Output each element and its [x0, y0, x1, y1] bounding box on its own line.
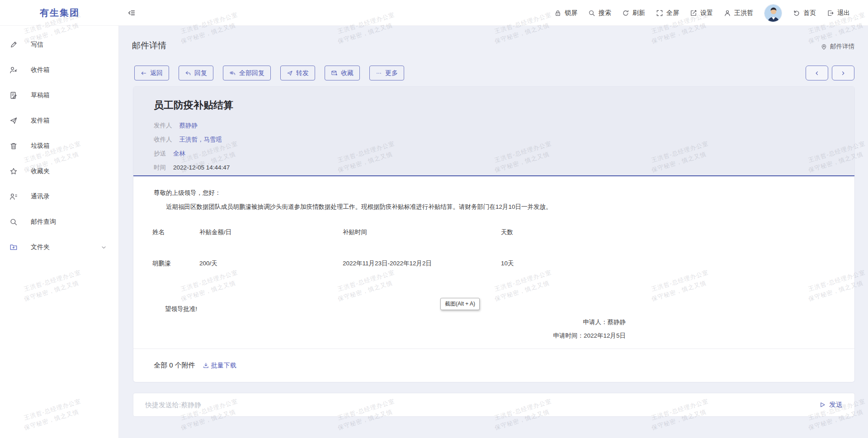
mail-paragraph: 近期福田区数据团队成员胡鹏濠被抽调沙头街道参加疫情数据处理工作。现根据防疫补贴标…	[154, 202, 832, 212]
sidebar-item-folders[interactable]: 文件夹	[0, 235, 118, 260]
forward-plane-icon	[287, 70, 293, 76]
pen-icon	[9, 41, 18, 49]
sidebar-item-favorites[interactable]: 收藏夹	[0, 159, 118, 184]
attachments-summary: 全部 0 个附件	[154, 361, 195, 370]
topbar-actions: 锁屏 搜索 刷新 全屏 设置 王洪哲	[554, 0, 850, 26]
mail-header: 员工防疫补贴结算 发件人 蔡静静 收件人 王洪哲，马雪瑶 抄送 全林 时间 20…	[133, 87, 854, 176]
app-logo[interactable]: 有生集团	[40, 7, 80, 19]
mail-time: 2022-12-05 14:44:47	[173, 164, 230, 171]
search-icon	[9, 218, 18, 226]
chevron-right-icon	[840, 71, 846, 76]
quick-send-bar: 发送	[133, 393, 854, 416]
reply-button[interactable]: 回复	[179, 66, 213, 80]
edit-square-icon	[690, 9, 697, 17]
forward-button[interactable]: 转发	[280, 66, 315, 80]
chevron-down-icon[interactable]	[101, 245, 107, 250]
menu-fold-icon[interactable]	[128, 9, 136, 17]
star-icon	[9, 167, 18, 175]
reply-icon	[185, 70, 191, 76]
breadcrumb: 邮件详情	[821, 42, 854, 51]
mail-time-row: 时间 2022-12-05 14:44:47	[154, 160, 834, 174]
reply-all-icon	[229, 70, 236, 76]
fullscreen-button[interactable]: 全屏	[656, 9, 679, 17]
page-title: 邮件详情	[132, 40, 166, 52]
batch-download-link[interactable]: 批量下载	[203, 362, 236, 370]
attachments-bar: 全部 0 个附件 批量下载	[133, 349, 854, 382]
current-user-button[interactable]: 王洪哲	[724, 9, 753, 17]
lock-screen-button[interactable]: 锁屏	[554, 9, 577, 17]
arrow-left-icon	[141, 70, 147, 76]
table-cell-amount: 200/天	[199, 259, 217, 268]
more-ellipsis-icon	[376, 70, 382, 76]
mail-subject: 员工防疫补贴结算	[154, 99, 834, 112]
table-header-period: 补贴时间	[343, 228, 367, 236]
sidebar-item-sent[interactable]: 发件箱	[0, 108, 118, 133]
mail-closing: 望领导批准!	[165, 305, 197, 313]
table-cell-period: 2022年11月23日-2022年12月2日	[343, 259, 432, 268]
to-label: 收件人	[154, 136, 172, 144]
send-triangle-icon	[819, 401, 826, 408]
sidebar-item-compose[interactable]: 写信	[0, 32, 118, 57]
folder-plus-icon	[9, 243, 18, 251]
top-header: 有生集团 锁屏 搜索 刷新 全屏 设置 王洪哲	[0, 0, 868, 26]
inbox-person-icon	[9, 66, 18, 74]
cc-contact-link[interactable]: 全林	[173, 150, 185, 158]
refresh-icon	[622, 9, 629, 17]
home-button[interactable]: 首页	[793, 9, 816, 17]
chevron-left-icon	[814, 71, 820, 76]
from-contact-link[interactable]: 蔡静静	[179, 122, 198, 130]
send-button[interactable]: 发送	[819, 400, 843, 409]
sidebar-item-trash[interactable]: 垃圾箱	[0, 133, 118, 159]
sidebar-item-inbox[interactable]: 收件箱	[0, 57, 118, 83]
next-mail-button[interactable]	[832, 66, 854, 80]
mail-cc-row: 抄送 全林	[154, 146, 834, 160]
mail-pager	[806, 66, 854, 80]
logout-icon	[827, 9, 834, 17]
mail-from-row: 发件人 蔡静静	[154, 118, 834, 132]
fullscreen-icon	[656, 9, 663, 17]
sidebar: 写信 收件箱 草稿箱 发件箱 垃圾箱 收藏夹 通讯录 邮件查询 文件夹	[0, 26, 119, 438]
mail-action-toolbar: 返回 回复 全部回复 转发 收藏 更多	[134, 66, 404, 80]
undo-arrow-icon	[793, 9, 800, 17]
applicant-line: 申请人：蔡静静	[152, 318, 626, 326]
breadcrumb-label: 邮件详情	[830, 42, 854, 51]
favorite-button[interactable]: 收藏	[325, 66, 360, 80]
main-content: 邮件详情 邮件详情 返回 回复 全部回复 转发 收藏 更多	[119, 26, 868, 438]
from-label: 发件人	[154, 122, 172, 130]
user-avatar[interactable]	[764, 4, 782, 22]
sidebar-item-contacts[interactable]: 通讯录	[0, 184, 118, 209]
download-icon	[203, 362, 209, 369]
mail-star-icon	[331, 70, 338, 76]
logout-button[interactable]: 退出	[827, 9, 850, 17]
back-button[interactable]: 返回	[134, 66, 169, 80]
search-icon	[588, 9, 595, 17]
table-cell-days: 10天	[501, 259, 514, 268]
current-user-name: 王洪哲	[734, 9, 753, 17]
apply-date-line: 申请时间：2022年12月5日	[152, 332, 626, 340]
refresh-button[interactable]: 刷新	[622, 9, 645, 17]
sidebar-item-drafts[interactable]: 草稿箱	[0, 83, 118, 108]
mail-greeting: 尊敬的上级领导，您好：	[154, 189, 221, 197]
mail-to-row: 收件人 王洪哲，马雪瑶	[154, 132, 834, 146]
table-header-amount: 补贴金额/日	[199, 228, 231, 236]
settings-button[interactable]: 设置	[690, 9, 713, 17]
to-contacts-link[interactable]: 王洪哲，马雪瑶	[179, 136, 222, 144]
search-button[interactable]: 搜索	[588, 9, 611, 17]
paper-plane-icon	[9, 117, 18, 125]
table-header-days: 天数	[501, 228, 513, 236]
prev-mail-button[interactable]	[806, 66, 828, 80]
trash-icon	[9, 142, 18, 150]
mail-detail-card: 员工防疫补贴结算 发件人 蔡静静 收件人 王洪哲，马雪瑶 抄送 全林 时间 20…	[133, 87, 854, 382]
screenshot-tooltip: 截图(Alt + A)	[440, 298, 480, 310]
location-pin-icon	[821, 43, 827, 50]
user-icon	[724, 9, 731, 17]
draft-doc-icon	[9, 91, 18, 99]
contacts-icon	[9, 193, 18, 201]
cc-label: 抄送	[154, 150, 166, 158]
time-label: 时间	[154, 164, 166, 172]
reply-all-button[interactable]: 全部回复	[223, 66, 271, 80]
quick-send-input[interactable]	[145, 401, 819, 409]
table-header-name: 姓名	[152, 228, 165, 236]
sidebar-item-mail-search[interactable]: 邮件查询	[0, 209, 118, 235]
more-button[interactable]: 更多	[369, 66, 404, 80]
